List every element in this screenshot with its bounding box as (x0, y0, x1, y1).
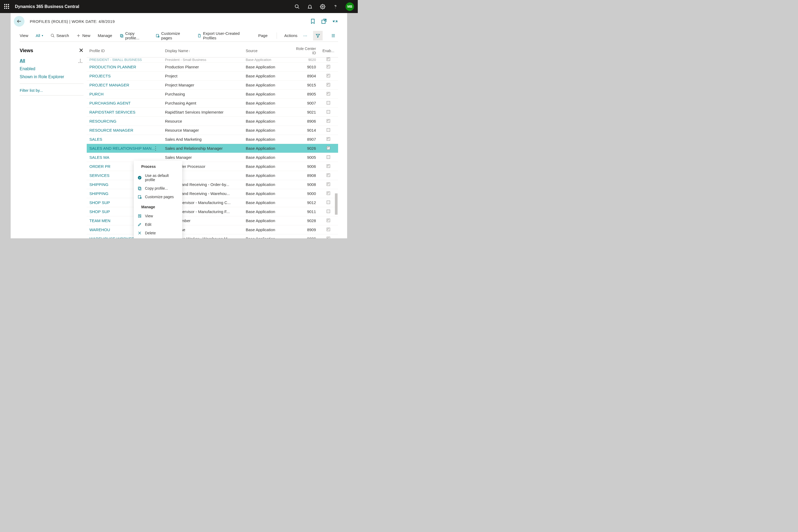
table-row[interactable]: RAPIDSTART SERVICES RapidStart Services … (87, 108, 338, 117)
cell-enabled[interactable] (319, 90, 338, 99)
ctx-use-default[interactable]: Use as default profile (134, 171, 182, 184)
table-row[interactable]: PURCHASING AGENT Purchasing Agent Base A… (87, 99, 338, 108)
customize-pages-command[interactable]: Customize pages (156, 31, 190, 40)
table-row[interactable]: SALES AND RELATIONSHIP MAN...⋮ Sales and… (87, 144, 338, 153)
col-profile-id[interactable]: Profile ID (87, 44, 162, 57)
cell-profile-id[interactable]: RESOURCING (87, 117, 162, 126)
svg-line-1 (298, 7, 299, 8)
table-row[interactable]: PROJECTS Project Base Application 8904 (87, 72, 338, 81)
bookmark-icon[interactable] (310, 18, 316, 24)
cell-role-center: 9000 (291, 189, 319, 198)
table-row[interactable]: SHOP SUP Shop Supervisor - Manufacturing… (87, 198, 338, 207)
view-item[interactable]: All⋮ (20, 57, 83, 65)
cell-source: Base Application (243, 234, 291, 239)
table-row[interactable]: WAREHOU Warehouse Base Application 8909 (87, 225, 338, 234)
table-row[interactable]: SERVICES Service Base Application 8908 (87, 171, 338, 180)
export-profiles-command[interactable]: Export User-Created Profiles (197, 31, 251, 40)
actions-command[interactable]: Actions (284, 33, 298, 38)
table-row[interactable]: RESOURCE MANAGER Resource Manager Base A… (87, 126, 338, 135)
ctx-edit[interactable]: Edit (134, 220, 182, 229)
help-icon[interactable] (333, 4, 338, 9)
table-row[interactable]: ORDER PR Sales Order Processor Base Appl… (87, 162, 338, 171)
ctx-select-more[interactable]: Select More (134, 237, 182, 238)
scope-all[interactable]: All ▾ (36, 33, 43, 38)
cell-display-name: RapidStart Services Implementer (162, 108, 243, 117)
manage-command[interactable]: Manage (98, 33, 112, 38)
copy-profile-command[interactable]: Copy profile... (120, 31, 148, 40)
svg-rect-23 (138, 215, 141, 217)
table-row[interactable]: PROJECT MANAGER Project Manager Base App… (87, 81, 338, 90)
view-mode[interactable]: View (20, 33, 28, 38)
cell-profile-id[interactable]: PURCH (87, 90, 162, 99)
more-actions-icon[interactable]: ⋯ (303, 33, 307, 38)
notifications-icon[interactable] (307, 4, 312, 9)
ctx-view[interactable]: View (134, 212, 182, 220)
cell-enabled[interactable] (319, 81, 338, 90)
table-row[interactable]: SALES Sales And Marketing Base Applicati… (87, 135, 338, 144)
view-item-label: Enabled (20, 66, 35, 71)
row-actions-icon[interactable]: ⋮ (152, 146, 159, 151)
table-row[interactable]: RESOURCING Resource Base Application 890… (87, 117, 338, 126)
col-source[interactable]: Source (243, 44, 291, 57)
cell-role-center: 8906 (291, 117, 319, 126)
svg-line-8 (53, 36, 54, 37)
table-row[interactable]: WAREHOUSE WORKER - WMS Warehouse Worker … (87, 234, 338, 239)
search-command[interactable]: Search (51, 33, 69, 38)
popout-icon[interactable] (321, 18, 327, 24)
collapse-icon[interactable] (332, 18, 338, 24)
table-row[interactable]: SHIPPING Shipping and Receiving - Wareho… (87, 189, 338, 198)
cell-profile-id[interactable]: RAPIDSTART SERVICES (87, 108, 162, 117)
cell-profile-id[interactable]: RESOURCE MANAGER (87, 126, 162, 135)
table-row[interactable]: PRODUCTION PLANNER Production Planner Ba… (87, 62, 338, 72)
export-profiles-label: Export User-Created Profiles (203, 31, 251, 40)
cell-role-center: 9012 (291, 198, 319, 207)
table-row[interactable]: PRESIDENT - SMALL BUSINESSPresident - Sm… (87, 57, 338, 62)
cell-enabled[interactable] (319, 62, 338, 72)
scrollbar[interactable] (333, 98, 338, 220)
back-button[interactable] (14, 16, 24, 26)
view-item[interactable]: Enabled (20, 65, 83, 73)
cell-role-center: 9021 (291, 108, 319, 117)
cell-profile-id[interactable]: SALES (87, 135, 162, 144)
table-row[interactable]: PURCH Purchasing Base Application 8905 (87, 90, 338, 99)
cell-profile-id[interactable]: PURCHASING AGENT (87, 99, 162, 108)
cell-source: Base Application (243, 81, 291, 90)
col-enabled[interactable]: Enab... (319, 44, 338, 57)
col-display-name[interactable]: Display Name↑ (162, 44, 243, 57)
search-icon[interactable] (294, 4, 300, 9)
cell-profile-id[interactable]: SALES AND RELATIONSHIP MAN...⋮ (87, 144, 162, 153)
cell-role-center: 9007 (291, 99, 319, 108)
view-item-menu-icon[interactable]: ⋮ (77, 58, 83, 63)
page-command[interactable]: Page (258, 33, 268, 38)
list-view-icon[interactable] (328, 31, 338, 40)
view-item[interactable]: Shown in Role Explorer (20, 73, 83, 81)
ctx-delete[interactable]: Delete (134, 229, 182, 237)
table-row[interactable]: SHOP SUP Shop Supervisor - Manufacturing… (87, 207, 338, 216)
cell-profile-id[interactable]: PRODUCTION PLANNER (87, 62, 162, 72)
table-row[interactable]: TEAM MEN Team Member Base Application 90… (87, 216, 338, 225)
user-avatar[interactable]: MB (345, 2, 354, 11)
table-row[interactable]: SALES MA Sales Manager Base Application … (87, 153, 338, 162)
ctx-customize-pages[interactable]: Customize pages (134, 193, 182, 201)
app-launcher-icon[interactable] (4, 4, 10, 9)
table-row[interactable]: SHIPPING Shipping and Receiving - Order-… (87, 180, 338, 189)
new-command[interactable]: New (76, 33, 90, 38)
cell-enabled[interactable] (319, 225, 338, 234)
cell-role-center: 9008 (291, 180, 319, 189)
cell-profile-id[interactable]: PROJECT MANAGER (87, 81, 162, 90)
cell-source: Base Application (243, 207, 291, 216)
svg-point-7 (51, 34, 54, 36)
cell-enabled[interactable] (319, 72, 338, 81)
filter-icon[interactable] (313, 31, 323, 40)
cell-source: Base Application (243, 171, 291, 180)
settings-gear-icon[interactable] (320, 4, 325, 9)
ctx-copy-profile[interactable]: Copy profile... (134, 184, 182, 193)
filter-list-by[interactable]: Filter list by... (20, 87, 83, 93)
svg-point-2 (322, 6, 323, 7)
cell-source: Base Application (243, 117, 291, 126)
breadcrumb: PROFILES (ROLES) | WORK DATE: 4/8/2019 (30, 19, 115, 24)
cell-enabled[interactable] (319, 234, 338, 239)
col-role-center[interactable]: Role Center ID (291, 44, 319, 57)
close-views-icon[interactable]: ✕ (79, 47, 83, 54)
cell-profile-id[interactable]: PROJECTS (87, 72, 162, 81)
